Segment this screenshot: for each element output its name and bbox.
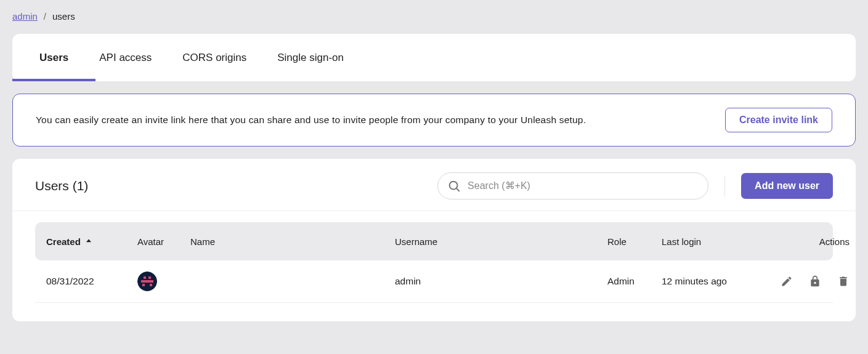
svg-rect-5 [141, 280, 145, 283]
svg-rect-3 [144, 276, 146, 279]
tabs-bar: Users API access CORS origins Single sig… [12, 34, 856, 81]
users-card-header: Users (1) Add new user [12, 172, 856, 211]
vertical-divider [724, 176, 725, 196]
search-input[interactable] [437, 172, 708, 199]
column-avatar: Avatar [137, 236, 190, 247]
column-role[interactable]: Role [607, 236, 662, 247]
svg-rect-7 [145, 280, 150, 283]
tab-api-access[interactable]: API access [99, 34, 152, 81]
users-card: Users (1) Add new user Created Avatar Na… [12, 159, 856, 321]
invite-banner: You can easily create an invite link her… [12, 94, 856, 147]
column-actions: Actions [757, 236, 850, 247]
add-new-user-button[interactable]: Add new user [741, 173, 833, 199]
column-name[interactable]: Name [190, 236, 395, 247]
sort-ascending-icon [84, 237, 93, 246]
avatar [137, 272, 157, 291]
cell-role: Admin [607, 276, 662, 287]
users-header-right: Add new user [437, 172, 833, 199]
users-title: Users (1) [35, 179, 88, 193]
tab-single-sign-on[interactable]: Single sign-on [277, 34, 344, 81]
svg-line-1 [456, 188, 459, 191]
breadcrumb: admin / users [12, 11, 856, 22]
breadcrumb-current: users [52, 11, 75, 22]
invite-text: You can easily create an invite link her… [36, 115, 586, 126]
svg-rect-4 [148, 276, 151, 279]
column-created[interactable]: Created [46, 236, 137, 247]
cell-username: admin [395, 276, 607, 287]
users-table: Created Avatar Name Username Role Last l… [12, 211, 856, 303]
cell-avatar [137, 272, 190, 291]
cell-last-login: 12 minutes ago [662, 276, 757, 287]
svg-rect-9 [150, 284, 152, 286]
search-icon [447, 179, 461, 193]
column-last-login[interactable]: Last login [662, 236, 757, 247]
table-row: 08/31/2022 admin Admin [35, 260, 833, 303]
cell-created: 08/31/2022 [46, 276, 137, 287]
column-username[interactable]: Username [395, 236, 607, 247]
lock-icon[interactable] [809, 275, 821, 288]
search-container [437, 172, 708, 199]
trash-icon[interactable] [837, 275, 850, 288]
svg-rect-8 [142, 284, 145, 286]
edit-icon[interactable] [781, 275, 793, 288]
tab-cors-origins[interactable]: CORS origins [182, 34, 246, 81]
breadcrumb-separator: / [44, 11, 46, 22]
tab-users[interactable]: Users [39, 34, 68, 81]
table-header-row: Created Avatar Name Username Role Last l… [35, 222, 833, 260]
svg-rect-6 [150, 280, 153, 283]
create-invite-link-button[interactable]: Create invite link [725, 108, 832, 132]
cell-actions [757, 275, 850, 288]
column-created-label: Created [46, 236, 81, 247]
breadcrumb-admin-link[interactable]: admin [12, 11, 38, 22]
